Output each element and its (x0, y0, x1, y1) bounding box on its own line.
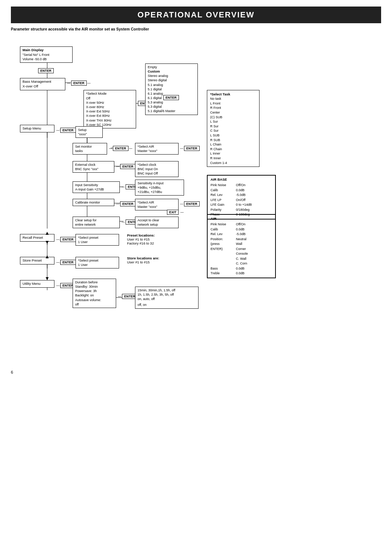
page-title: OPERATIONAL OVERVIEW (11, 10, 381, 20)
clear-setup-box: Clear setup for entire network (73, 217, 120, 228)
utility-details-box: Duration before Standby: 30min Powersave… (73, 279, 116, 308)
select-air-master2-box: *Select AIR Master "xxxx" (135, 199, 179, 210)
select-mode-label: *Select Mode (86, 91, 134, 96)
select-mode-box: *Select Mode Off X-over 50Hz X-over 80Hz… (83, 90, 136, 128)
select-preset-store-box: *Select preset 1 User (75, 257, 119, 268)
setup-menu-enter-btn[interactable]: ENTER (60, 128, 76, 133)
accept-clear-box: Accept to clear network setup (135, 217, 179, 228)
main-display-enter-btn[interactable]: ENTER (38, 68, 54, 73)
recall-preset-enter-btn[interactable]: ENTER (60, 237, 76, 242)
select-preset-recall-box: *Select preset 1 User (75, 234, 119, 246)
air-base-box: AIR BASE Pink NoiseOff/On Calib0.0dB Rel… (207, 175, 276, 219)
ext-clock-enter-btn[interactable]: ENTER (120, 164, 136, 169)
bass-management-label: Bass Management (23, 79, 63, 84)
bass-management-line1: X-over Off (23, 84, 63, 89)
utility-options1-box: 15min, 30min,1h, 1.5h, off 1h, 1.5h, 2.5… (135, 287, 199, 309)
calibrate-monitor-box: Calibrate monitor (73, 199, 114, 206)
air-box: AIR Pink NoiseOff/On Calib0.0dB Rel. Lev… (207, 214, 276, 278)
main-display-box: Main Display "Serial No" L Front Volume … (20, 46, 73, 63)
source-list-enter-btn[interactable]: ENTER (163, 95, 179, 100)
select-air-master1-box: *Select AIR Master "xxxx" (135, 143, 179, 155)
diagram-area: Main Display "Serial No" L Front Volume … (11, 36, 381, 363)
calibrate-enter1-btn[interactable]: ENTER (120, 201, 136, 206)
store-preset-enter-btn[interactable]: ENTER (60, 260, 76, 265)
select-clock-box: *Select clock BNC Input On BNC Input Off (135, 161, 179, 177)
page-number: 6 (11, 370, 381, 374)
setup-menu-label: Setup Menu (23, 126, 52, 131)
preset-locations-area: Preset locations: User #1 to #15 Factory… (127, 233, 155, 245)
exit-btn[interactable]: EXIT (167, 210, 179, 215)
source-custom: Custom (148, 69, 195, 74)
set-monitor-tasks-box: Set monitor tasks (73, 143, 107, 155)
page-header: OPERATIONAL OVERVIEW (0, 7, 392, 23)
store-locations-area: Store locations are: User #1 to #15 (127, 256, 159, 264)
bass-mgmt-enter-btn[interactable]: ENTER (71, 81, 87, 86)
main-display-label: Main Display (23, 48, 70, 53)
select-task-box: *Select Task No task L Front R Front Cen… (207, 90, 260, 167)
utility-menu-box: Utility Menu (20, 280, 54, 288)
setup-xxxx-box: Setup "xxxx" (75, 126, 103, 138)
external-clock-box: External clock BNC Sync "xxx" (73, 161, 114, 173)
select-air-enter2-btn[interactable]: ENTER (184, 201, 200, 206)
setup-menu-box: Setup Menu (20, 125, 54, 132)
main-display-line2: Volume -50.0 dB (23, 57, 70, 61)
sensitivity-box: Sensitivity A-Input +9dBu, +15dBu, +21dB… (135, 180, 184, 196)
select-air-enter1-btn[interactable]: ENTER (184, 146, 200, 151)
bass-management-box: Bass Management X-over Off (20, 78, 65, 90)
subtitle: Parameter structure accessible via the A… (11, 27, 381, 31)
input-sensitivity-box: Input Sensitivity A-Input Gain +27dB (73, 181, 120, 193)
main-display-line1: "Serial No" L Front (23, 53, 70, 57)
source-list-box: Empty Custom Stereo analog Stereo digita… (145, 63, 198, 115)
set-monitor-enter-btn[interactable]: ENTER (113, 146, 128, 151)
